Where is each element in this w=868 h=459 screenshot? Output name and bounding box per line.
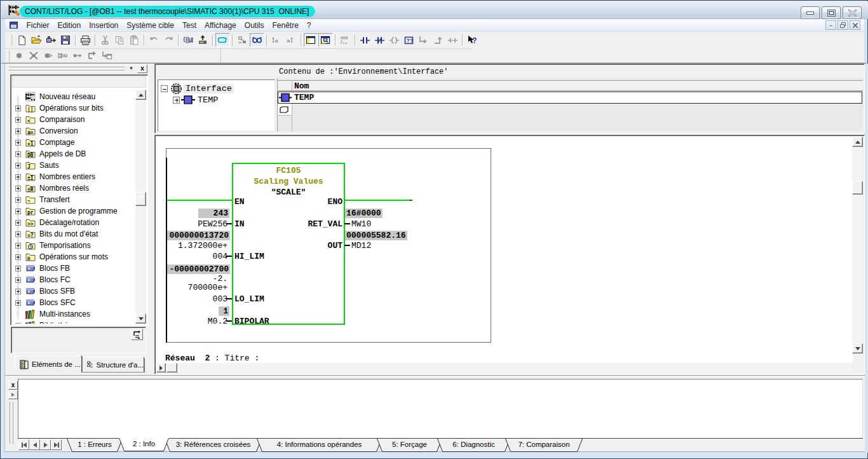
scroll-down-button[interactable] bbox=[852, 343, 863, 353]
operand-hi-lim-2[interactable]: 004 bbox=[156, 252, 227, 261]
debug-breakpoints-active-button[interactable] bbox=[41, 49, 56, 63]
toolbar-coil-button[interactable] bbox=[387, 33, 402, 47]
tree-item-bits-du-mot-d-tat[interactable]: =?Bits du mot d'état bbox=[12, 228, 135, 240]
menu-affichage[interactable]: Affichage bbox=[200, 20, 240, 31]
expand-box[interactable] bbox=[15, 289, 21, 294]
insert-in-editor-button[interactable] bbox=[131, 329, 143, 340]
editor-horizontal-scrollbar[interactable] bbox=[156, 363, 853, 373]
expand-box[interactable] bbox=[15, 300, 21, 306]
expand-box[interactable] bbox=[15, 220, 21, 226]
toolbar-glasses-button[interactable] bbox=[250, 33, 264, 47]
menu-test[interactable]: Test bbox=[178, 20, 200, 31]
toolbar-prev-error-button[interactable]: !« bbox=[269, 33, 284, 47]
output-close-button[interactable]: x bbox=[8, 381, 18, 390]
toolbar-download-button[interactable] bbox=[181, 33, 196, 47]
expand-box[interactable] bbox=[15, 243, 21, 249]
tree-item-sauts[interactable]: JSauts bbox=[12, 160, 135, 171]
tree-item-op-rations-sur-bits[interactable]: ||Opérations sur bits bbox=[12, 102, 135, 114]
mdi-system-icon[interactable] bbox=[10, 22, 18, 29]
mdi-minimize-button[interactable]: – bbox=[825, 20, 836, 30]
expand-box[interactable] bbox=[15, 151, 21, 157]
operand-out[interactable]: MD12 bbox=[351, 241, 371, 250]
output-tab-2-info[interactable]: 2 : Info bbox=[119, 438, 169, 451]
toolbar-paste-button[interactable] bbox=[127, 33, 142, 47]
ladder-canvas[interactable]: FC105 Scaling Values "SCALE" EN ENO 243 … bbox=[156, 137, 853, 363]
expand-box[interactable] bbox=[15, 254, 21, 260]
toolbar-print-button[interactable] bbox=[78, 33, 93, 47]
expand-box[interactable] bbox=[15, 231, 21, 237]
toolbar-empty-box-button[interactable]: ?? bbox=[402, 33, 416, 47]
menu-fen-tre[interactable]: Fenêtre bbox=[268, 20, 302, 31]
panel-close-button[interactable]: x bbox=[137, 64, 147, 73]
tree-item-transfert[interactable]: ~Transfert bbox=[12, 194, 135, 205]
tree-item-nouveau-r-seau[interactable]: Nouveau réseau bbox=[12, 91, 135, 102]
tree-item-nombres-r-els[interactable]: ±RNombres réels bbox=[12, 182, 135, 194]
scroll-thumb[interactable] bbox=[135, 192, 146, 206]
toolbar-var-status-button[interactable] bbox=[235, 33, 250, 47]
expand-box[interactable] bbox=[15, 197, 21, 203]
expand-box[interactable] bbox=[15, 106, 21, 111]
toolbar-connector-button[interactable] bbox=[445, 33, 460, 47]
tree-item-gestion-de-programme[interactable]: prGestion de programme bbox=[12, 205, 135, 217]
mdi-restore-button[interactable] bbox=[837, 20, 848, 30]
toolbar-grip[interactable] bbox=[8, 50, 10, 62]
operand-hi-lim-1[interactable]: 1.372000e+ bbox=[156, 241, 227, 250]
debug-step-over-button[interactable] bbox=[71, 49, 85, 63]
tree-item-blocs-fc[interactable]: Blocs FC bbox=[12, 274, 135, 285]
output-tab-6-diagnostic[interactable]: 6: Diagnostic bbox=[437, 439, 510, 452]
scroll-up-button[interactable] bbox=[135, 90, 146, 100]
tree-item-conversion[interactable]: a=Conversion bbox=[12, 125, 135, 137]
menu-outils[interactable]: Outils bbox=[240, 20, 268, 31]
close-button[interactable] bbox=[843, 6, 862, 19]
panel-grip[interactable] bbox=[9, 70, 125, 71]
tree-item-blocs-fb[interactable]: Blocs FB bbox=[12, 263, 135, 274]
tree-item-multi-instances[interactable]: Multi-instances bbox=[12, 308, 135, 320]
network-title-line[interactable]: Réseau 2 : Titre : bbox=[165, 353, 259, 363]
toolbar-branch-close-button[interactable] bbox=[431, 33, 445, 47]
scroll-thumb[interactable] bbox=[852, 181, 863, 195]
debug-run-to-cursor-button[interactable] bbox=[56, 49, 71, 63]
tree-item-appels-de-db[interactable]: DBAppels de DB bbox=[12, 148, 135, 160]
toolbar-new-network-button[interactable]: HH0 bbox=[338, 33, 353, 47]
toolbar-branch-open-button[interactable] bbox=[416, 33, 431, 47]
expand-box[interactable] bbox=[15, 174, 21, 180]
tree-item-temporisations[interactable]: Temporisations bbox=[12, 240, 135, 251]
scroll-down-button[interactable] bbox=[135, 313, 146, 324]
scroll-up-button[interactable] bbox=[852, 137, 863, 147]
menu-insertion[interactable]: Insertion bbox=[85, 20, 123, 31]
toolbar-contact-open-button[interactable] bbox=[358, 33, 372, 47]
table-row-empty[interactable] bbox=[278, 104, 292, 116]
expand-box[interactable] bbox=[15, 323, 21, 324]
menu-edition[interactable]: Edition bbox=[53, 20, 85, 31]
toolbar-contact-closed-button[interactable] bbox=[372, 33, 387, 47]
expand-box[interactable] bbox=[15, 117, 21, 123]
toolbar-new-file-button[interactable] bbox=[15, 33, 29, 47]
toolbar-next-error-button[interactable]: »! bbox=[284, 33, 299, 47]
collapse-box[interactable] bbox=[161, 85, 168, 92]
menu-fichier[interactable]: Fichier bbox=[22, 20, 53, 31]
toolbar-save-button[interactable] bbox=[58, 33, 73, 47]
expand-box[interactable] bbox=[15, 163, 21, 168]
toolbar-grip[interactable] bbox=[11, 34, 12, 46]
editor-vertical-scrollbar[interactable] bbox=[852, 137, 863, 353]
operand-bipolar[interactable]: M0.2 bbox=[156, 317, 227, 326]
expand-box[interactable] bbox=[15, 186, 21, 191]
output-content[interactable] bbox=[18, 379, 863, 439]
panel-grip[interactable] bbox=[9, 67, 125, 68]
debug-breakpoint-delete-button[interactable] bbox=[27, 49, 41, 63]
output-tab-3-r-f-rences-crois-es[interactable]: 3: Références croisées bbox=[165, 439, 262, 452]
toolbar-open-folder-button[interactable] bbox=[29, 33, 44, 47]
operand-lo-lim-3[interactable]: 003 bbox=[156, 294, 227, 304]
operand-lo-lim-1[interactable]: -2. bbox=[156, 274, 227, 284]
debug-breakpoint-button[interactable] bbox=[12, 49, 27, 63]
table-row-temp[interactable]: TEMP bbox=[278, 92, 862, 104]
output-tab-7-comparaison[interactable]: 7: Comparaison bbox=[505, 439, 583, 452]
expand-box[interactable] bbox=[173, 97, 180, 104]
panel-menu-button[interactable]: ▼ bbox=[126, 65, 136, 72]
toolbar-open-block-button[interactable] bbox=[44, 33, 58, 47]
tree-scrollbar[interactable] bbox=[135, 90, 146, 324]
menu-?[interactable]: ? bbox=[302, 20, 315, 31]
tab-structure-appel[interactable]: Structure d'a... bbox=[82, 357, 144, 372]
expand-box[interactable] bbox=[15, 128, 21, 134]
mdi-close-button[interactable] bbox=[850, 20, 860, 30]
